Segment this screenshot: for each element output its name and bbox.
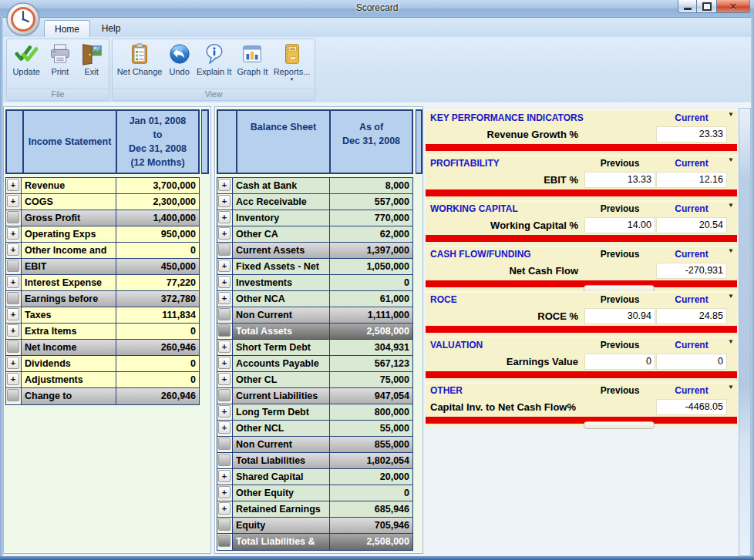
- undo-icon: [168, 42, 191, 65]
- expand-button[interactable]: +: [218, 195, 231, 207]
- chevron-down-icon[interactable]: ▼: [728, 202, 734, 210]
- section-divider: [426, 326, 737, 333]
- row-value: 0: [116, 324, 199, 339]
- previous-value-box[interactable]: 13.33: [584, 172, 655, 188]
- expand-cell: +: [6, 324, 22, 339]
- expand-button[interactable]: +: [218, 486, 231, 498]
- chevron-down-icon[interactable]: ▼: [728, 338, 734, 346]
- expand-button[interactable]: +: [7, 179, 19, 191]
- current-value-box[interactable]: -270,931: [656, 263, 727, 279]
- expand-button[interactable]: +: [218, 470, 231, 482]
- expand-button[interactable]: +: [218, 227, 231, 240]
- row-value: 0: [116, 372, 199, 387]
- expand-button[interactable]: +: [218, 179, 231, 191]
- update-button[interactable]: Update: [11, 42, 41, 77]
- graph-it-button[interactable]: Graph It: [236, 42, 270, 82]
- expand-button[interactable]: +: [7, 357, 19, 369]
- table-row: +Dividends0: [6, 356, 199, 372]
- previous-value-box[interactable]: 0: [584, 354, 655, 370]
- print-button[interactable]: Print: [47, 42, 73, 77]
- current-value-box[interactable]: 0: [656, 354, 727, 370]
- chevron-down-icon[interactable]: ▼: [728, 247, 734, 255]
- bar-chart-icon: [241, 42, 264, 65]
- row-label: Investments: [233, 275, 330, 290]
- chevron-down-icon[interactable]: ▼: [728, 111, 734, 119]
- table-row: Non Current855,000: [217, 437, 412, 453]
- expand-button[interactable]: +: [218, 292, 231, 304]
- chevron-down-icon[interactable]: ▼: [728, 156, 734, 164]
- section-grip[interactable]: [584, 421, 655, 429]
- table-row: Earnings before372,780: [6, 291, 199, 307]
- chevron-down-icon[interactable]: ▼: [728, 384, 734, 391]
- row-label: Total Liabilities: [233, 453, 330, 468]
- current-column-header: Current: [656, 203, 727, 214]
- app-button[interactable]: [5, 2, 41, 37]
- row-label: Adjustments: [22, 372, 116, 387]
- tab-help[interactable]: Help: [93, 20, 130, 37]
- expand-button[interactable]: +: [7, 324, 19, 337]
- group-label-file: File: [8, 89, 108, 99]
- net-change-button[interactable]: Net Change: [116, 42, 164, 82]
- chevron-down-icon[interactable]: ▼: [728, 293, 734, 300]
- expand-button[interactable]: +: [218, 260, 231, 272]
- row-label: Other NCA: [233, 291, 330, 307]
- current-value-box[interactable]: 20.54: [656, 217, 727, 233]
- row-label: Other CL: [233, 372, 330, 387]
- expand-cell: [6, 259, 22, 274]
- table-row: +Revenue3,700,000: [6, 178, 199, 194]
- previous-value-box[interactable]: 14.00: [584, 217, 655, 233]
- expand-button[interactable]: +: [7, 227, 19, 240]
- kpi-section-title: ROCE: [430, 294, 457, 305]
- previous-value-box[interactable]: 30.94: [584, 308, 655, 324]
- expand-button[interactable]: +: [7, 243, 19, 256]
- expand-button[interactable]: +: [218, 340, 231, 353]
- balance-sheet-title: Balance Sheet: [236, 111, 329, 173]
- table-row: Equity705,946: [217, 518, 412, 534]
- expand-cell: [217, 437, 233, 452]
- minimize-icon: [684, 8, 692, 10]
- kpi-metric-label: Net Cash Flow: [430, 263, 578, 279]
- right-scroll-strip[interactable]: [739, 108, 751, 556]
- reports-button[interactable]: Reports... ▼: [272, 42, 312, 82]
- current-value-box[interactable]: 23.33: [656, 126, 727, 143]
- maximize-button[interactable]: [697, 0, 717, 13]
- expand-button[interactable]: +: [7, 276, 19, 288]
- button-label: Undo: [170, 67, 190, 76]
- expand-button[interactable]: +: [7, 308, 19, 320]
- close-button[interactable]: ✕: [717, 0, 750, 13]
- table-row: +Acc Receivable557,000: [217, 194, 412, 210]
- table-row: +Other NCA61,000: [217, 291, 412, 307]
- exit-button[interactable]: Exit: [79, 42, 105, 77]
- button-label: Exit: [84, 67, 98, 76]
- expand-button[interactable]: +: [7, 373, 19, 385]
- table-row: +Operating Exps950,000: [6, 226, 199, 243]
- section-divider: [426, 235, 737, 242]
- current-value-box[interactable]: 24.85: [656, 308, 727, 324]
- expand-button[interactable]: +: [218, 357, 231, 369]
- section-divider: [426, 144, 737, 151]
- current-value-box[interactable]: -4468.05: [656, 399, 727, 415]
- expand-button[interactable]: +: [218, 502, 231, 515]
- maximize-icon: [702, 2, 712, 11]
- exit-door-icon: [80, 42, 103, 65]
- current-value-box[interactable]: 12.16: [656, 172, 727, 188]
- explain-it-button[interactable]: Explain It: [195, 42, 233, 82]
- income-statement-rows: +Revenue3,700,000+COGS2,300,000Gross Pro…: [5, 177, 200, 405]
- expand-cell: +: [217, 421, 233, 436]
- tab-home[interactable]: Home: [44, 20, 90, 38]
- expand-button[interactable]: +: [218, 421, 231, 434]
- expand-cell: [6, 388, 22, 404]
- minimize-button[interactable]: [678, 0, 697, 13]
- table-row: +Fixed Assets - Net1,050,000: [217, 259, 412, 275]
- table-row: Net Income260,946: [6, 340, 199, 356]
- balance-sheet-header: Balance Sheet As of Dec 31, 2008: [217, 109, 413, 174]
- undo-button[interactable]: Undo: [167, 42, 193, 82]
- table-row: +Retained Earnings685,946: [217, 501, 412, 518]
- expand-button[interactable]: +: [218, 373, 231, 385]
- expand-button[interactable]: +: [218, 405, 231, 417]
- row-value: 685,946: [330, 501, 412, 517]
- expand-button[interactable]: +: [7, 195, 19, 207]
- row-value: 75,000: [330, 372, 412, 387]
- expand-button[interactable]: +: [218, 211, 231, 223]
- expand-button[interactable]: +: [218, 276, 231, 288]
